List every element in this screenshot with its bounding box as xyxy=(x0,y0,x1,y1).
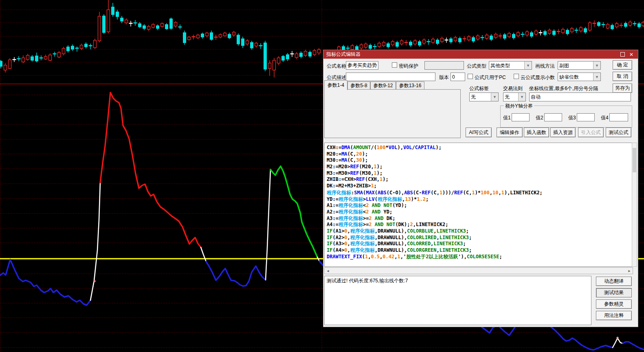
chevron-down-icon[interactable]: ▼ xyxy=(593,62,600,69)
import-formula-button[interactable]: 引入公式 xyxy=(578,128,604,137)
y-value-label-1: 值1 xyxy=(503,114,511,121)
chevron-down-icon[interactable]: ▼ xyxy=(491,93,498,101)
y-value-label-4: 值4 xyxy=(601,114,609,121)
y-value-input-2[interactable] xyxy=(544,113,562,121)
version-input[interactable] xyxy=(451,73,465,81)
tab-params-2[interactable]: 参数5-8 xyxy=(347,81,370,90)
formula-type-select[interactable]: 其他类型▼ xyxy=(489,61,532,70)
scroll-right-icon[interactable]: ▸ xyxy=(626,268,633,274)
password-protect-label: 密码保护 xyxy=(399,63,418,70)
formula-name-input[interactable] xyxy=(346,61,378,70)
chevron-down-icon[interactable]: ▼ xyxy=(518,93,525,101)
formula-tag-select[interactable]: 无▼ xyxy=(469,92,499,101)
formula-type-label: 公式类型 xyxy=(467,63,486,70)
cancel-button[interactable]: 取 消 xyxy=(613,72,632,81)
formula-code-editor[interactable]: CXH:=DMA(AMOUNT/(100*VOL),VOL/CAPITAL);M… xyxy=(324,143,633,267)
code-line-12: A3:=程序化指标>=2 AND DK; xyxy=(327,215,626,222)
maximize-icon xyxy=(620,52,625,57)
cloud-formula-label: 云公式 xyxy=(521,74,535,81)
scrollbar-thumb[interactable] xyxy=(633,148,636,172)
test-result-panel: 测试通过! 代码长度:675,输出线个数:7 xyxy=(324,276,591,325)
tab-params-3[interactable]: 参数9-12 xyxy=(370,81,396,90)
y-value-label-2: 值2 xyxy=(536,114,543,121)
cloud-formula-checkbox[interactable] xyxy=(514,74,519,79)
screen: 指标公式编辑器 ✕ 公式名称 密码保护 公式类型 其他类型▼ 画线方法 副图▼ … xyxy=(0,0,644,352)
chevron-down-icon[interactable]: ▼ xyxy=(593,73,600,81)
test-result-text: 测试通过! 代码长度:675,输出线个数:7 xyxy=(327,278,408,284)
code-line-15: IF(A2>0,程序化指标,DRAWNULL),COLORLIRED,LINET… xyxy=(327,234,626,241)
code-line-10: A1:=程序化指标<2 AND NOT(YD); xyxy=(327,202,626,209)
password-protect-checkbox[interactable] xyxy=(392,62,397,68)
trade-rule-label: 交易法则 xyxy=(503,85,523,92)
y-value-input-1[interactable] xyxy=(512,113,530,121)
formula-editor-dialog: 指标公式编辑器 ✕ 公式名称 密码保护 公式类型 其他类型▼ 画线方法 副图▼ … xyxy=(323,50,638,327)
code-line-9: YD:=程序化指标>LLV(程序化指标,13)*1.2; xyxy=(327,196,626,202)
code-line-7: DK:=M2+M3+ZHIB>1; xyxy=(327,183,626,189)
insert-function-button[interactable]: 插入函数 xyxy=(524,128,549,137)
pc-only-label: 公式只用于PC xyxy=(475,74,506,81)
trade-rule-select[interactable]: 无▼ xyxy=(503,92,526,101)
code-horizontal-scrollbar[interactable]: ◂ ▸ xyxy=(324,267,633,274)
coord-line-label: 坐标线位置,最多6个,用分号分隔 xyxy=(529,85,598,92)
code-line-5: M3:=M30>REF(M30,1); xyxy=(327,170,626,177)
code-line-3: M30:=MA(C,30); xyxy=(327,157,626,164)
formula-tag-label: 公式标签 xyxy=(469,85,489,92)
coord-line-input[interactable] xyxy=(529,92,631,101)
dialog-titlebar[interactable]: 指标公式编辑器 ✕ xyxy=(323,50,638,59)
draw-method-select[interactable]: 副图▼ xyxy=(558,61,601,70)
code-line-8: 程序化指标:SMA(MAX(ABS(C-O),ABS(C-REF(C,1)))/… xyxy=(327,189,626,196)
param-wizard-button[interactable]: 参数精灵 xyxy=(596,299,632,309)
insert-resource-button[interactable]: 插入资源 xyxy=(550,128,576,137)
password-input xyxy=(424,61,464,70)
show-decimal-label: 显示小数 xyxy=(535,74,555,81)
ok-button[interactable]: 确 定 xyxy=(613,60,632,70)
close-button[interactable]: ✕ xyxy=(628,51,635,58)
y-value-label-3: 值3 xyxy=(568,114,576,121)
code-line-11: A2:=程序化指标<2 AND YD; xyxy=(327,209,626,215)
scroll-left-icon[interactable]: ◂ xyxy=(325,268,331,274)
signal-dot xyxy=(93,280,95,282)
ai-write-formula-button[interactable]: AI写公式 xyxy=(466,128,492,137)
usage-notes-button[interactable]: 用法注释 xyxy=(596,311,632,320)
y-value-input-3[interactable] xyxy=(577,113,595,121)
test-result-button[interactable]: 测试结果 xyxy=(596,288,632,297)
chevron-down-icon[interactable]: ▼ xyxy=(524,62,532,69)
code-line-16: IF(A3>0,程序化指标,DRAWNULL),COLORRED,LINETHI… xyxy=(327,240,626,247)
code-line-4: M2:=M20>REF(M20,1); xyxy=(327,164,626,170)
code-vertical-scrollbar[interactable] xyxy=(632,143,637,267)
parameter-panel xyxy=(324,89,461,138)
dynamic-translate-button[interactable]: 动态翻译 xyxy=(596,277,632,286)
version-label: 版本 xyxy=(439,74,449,81)
code-line-2: M20:=MA(C,20); xyxy=(327,151,626,158)
extra-y-axis-label: 额外Y轴分界 xyxy=(504,103,534,110)
code-line-13: A4:=程序化指标>=2 AND NOT(DK);2,LINETHICK2; xyxy=(327,221,626,228)
tab-params-1[interactable]: 参数1-4 xyxy=(324,80,347,90)
formula-name-label: 公式名称 xyxy=(327,63,346,70)
maximize-button[interactable] xyxy=(619,51,626,58)
decimal-digits-select[interactable]: 缺省位数▼ xyxy=(558,73,601,81)
code-line-17: IF(A4>0,程序化指标,DRAWNULL),COLORGREEN,LINET… xyxy=(327,247,626,253)
draw-method-label: 画线方法 xyxy=(535,63,555,70)
save-as-button[interactable]: 另存为 xyxy=(613,84,632,93)
code-line-6: ZHIB:=CXH>REF(CXH,1); xyxy=(327,176,626,183)
pc-only-checkbox[interactable] xyxy=(468,74,473,79)
dialog-title: 指标公式编辑器 xyxy=(326,51,617,58)
code-line-14: IF(A1>0,程序化指标,DRAWNULL),COLORBLUE,LINETH… xyxy=(327,228,626,234)
test-formula-button[interactable]: 测试公式 xyxy=(606,128,631,137)
formula-desc-input[interactable] xyxy=(346,73,435,81)
code-line-18: DRAWTEXT_FIX(1,0.5,0.42,1,'股性处于2以上比较活跃')… xyxy=(327,253,626,260)
tab-params-4[interactable]: 参数13-16 xyxy=(396,81,424,90)
edit-ops-button[interactable]: 编辑操作 xyxy=(497,128,523,137)
code-line-1: CXH:=DMA(AMOUNT/(100*VOL),VOL/CAPITAL); xyxy=(327,145,626,151)
signal-dot xyxy=(616,337,618,339)
y-value-input-4[interactable] xyxy=(609,113,628,121)
